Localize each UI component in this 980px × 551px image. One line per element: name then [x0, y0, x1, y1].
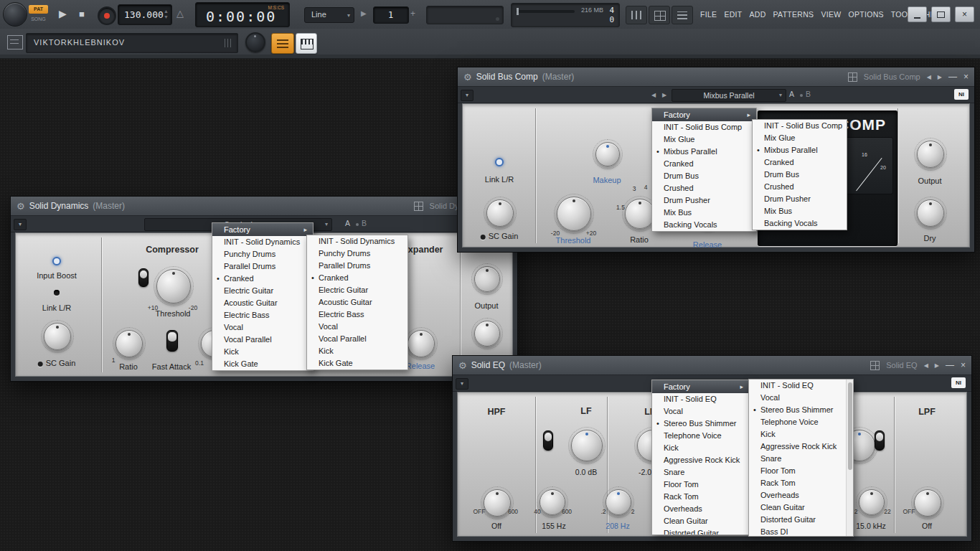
- menu-item[interactable]: Rack Tom: [652, 491, 749, 503]
- lmf-freq-knob[interactable]: [606, 489, 631, 515]
- menu-item[interactable]: INIT - Solid Bus Comp: [652, 121, 756, 133]
- menu-item[interactable]: INIT - Solid Dynamics: [212, 236, 313, 248]
- menu-item[interactable]: Mix Bus: [652, 207, 756, 219]
- menu-item[interactable]: Electric Guitar: [212, 285, 313, 297]
- menu-item[interactable]: Vocal Parallel: [307, 333, 407, 345]
- plugin-menu-button[interactable]: ▾: [14, 219, 27, 230]
- play-button[interactable]: ▶: [59, 8, 67, 19]
- menu-category-factory[interactable]: Factory ▸: [652, 108, 756, 121]
- menu-item[interactable]: Kick Gate: [307, 357, 407, 369]
- tempo-spinner-icon[interactable]: ▲▼: [164, 9, 169, 20]
- menu-file[interactable]: FILE: [700, 10, 717, 19]
- preset-b-button[interactable]: B: [806, 90, 811, 98]
- metronome-icon[interactable]: △: [176, 8, 184, 19]
- playlist-name-field[interactable]: VIKTORKHLEBNIKOV: [26, 33, 238, 53]
- makeup-knob[interactable]: [595, 142, 620, 166]
- detach-icon[interactable]: [414, 202, 423, 211]
- ratio-knob[interactable]: [625, 199, 655, 229]
- menu-item[interactable]: Kick: [749, 428, 847, 441]
- tempo-display[interactable]: 130.000 ▲▼: [118, 4, 172, 25]
- menu-item[interactable]: Kick Gate: [212, 358, 313, 370]
- menu-patterns[interactable]: PATTERNS: [773, 10, 814, 19]
- menu-item[interactable]: Crushed: [652, 182, 756, 194]
- output-knob[interactable]: [917, 141, 944, 168]
- menu-item[interactable]: Vocal: [307, 321, 407, 333]
- menu-item[interactable]: Overheads: [652, 503, 749, 515]
- menu-item-selected[interactable]: Stereo Bus Shimmer: [749, 404, 847, 416]
- menu-item[interactable]: Aggressive Rock Kick: [749, 441, 847, 453]
- menu-item[interactable]: Acoustic Guitar: [212, 297, 313, 309]
- detach-icon[interactable]: [848, 72, 857, 82]
- menu-item[interactable]: Floor Tom: [749, 465, 847, 477]
- sc-gain-knob[interactable]: [44, 323, 71, 350]
- position-slider[interactable]: [516, 10, 575, 13]
- prev-plugin-icon[interactable]: ◀: [924, 362, 928, 369]
- hf-freq-knob[interactable]: [859, 489, 885, 515]
- menu-scrollbar[interactable]: [846, 380, 853, 536]
- menu-item[interactable]: INIT - Solid Bus Comp: [753, 120, 847, 132]
- song-mode-button[interactable]: SONG: [29, 15, 48, 24]
- menu-item[interactable]: Vocal: [749, 392, 847, 404]
- ratio-knob[interactable]: [116, 330, 143, 357]
- menu-item[interactable]: Cranked: [652, 158, 756, 170]
- expander-release-knob[interactable]: [407, 330, 435, 357]
- menu-item[interactable]: INIT - Solid EQ: [749, 380, 847, 392]
- plugin-menu-button[interactable]: ▾: [461, 90, 473, 101]
- menu-item[interactable]: Snare: [652, 466, 749, 479]
- time-display[interactable]: M:S:CS 0:00:00: [195, 2, 290, 27]
- menu-item[interactable]: Electric Guitar: [307, 284, 407, 296]
- menu-scrollbar-thumb[interactable]: [848, 382, 852, 470]
- minimize-button[interactable]: [908, 6, 927, 22]
- next-plugin-icon[interactable]: ▶: [935, 362, 939, 369]
- menu-item[interactable]: Telephone Voice: [749, 416, 847, 428]
- dry-knob[interactable]: [917, 199, 944, 227]
- menu-item[interactable]: Overheads: [749, 489, 847, 501]
- menu-item[interactable]: Clean Guitar: [749, 501, 847, 514]
- menu-edit[interactable]: EDIT: [724, 10, 742, 19]
- menu-item[interactable]: Mix Glue: [753, 132, 847, 144]
- prev-preset-icon[interactable]: ◀: [651, 92, 656, 98]
- menu-item-selected[interactable]: Mixbus Parallel: [652, 146, 756, 158]
- menu-item[interactable]: Vocal: [212, 321, 313, 334]
- menu-item[interactable]: Vocal: [652, 405, 749, 418]
- hf-bell-toggle[interactable]: [875, 430, 885, 451]
- position-slider-thumb[interactable]: [517, 8, 519, 15]
- menu-item[interactable]: Backing Vocals: [652, 219, 756, 231]
- menu-item[interactable]: Drum Pusher: [753, 193, 847, 205]
- grip-icon[interactable]: [225, 39, 232, 47]
- hpf-freq-knob[interactable]: [484, 489, 511, 517]
- menu-item[interactable]: Kick: [212, 346, 313, 358]
- menu-item[interactable]: Distorted Guitar: [652, 527, 749, 535]
- pattern-number-stepper[interactable]: 1: [373, 6, 409, 24]
- menu-item[interactable]: INIT - Solid Dynamics: [307, 235, 407, 248]
- menu-item[interactable]: Vocal Parallel: [212, 334, 313, 346]
- preset-a-button[interactable]: A: [345, 219, 350, 227]
- menu-item[interactable]: Kick: [652, 442, 749, 454]
- output-knob[interactable]: [474, 321, 500, 347]
- prev-plugin-icon[interactable]: ◀: [927, 74, 931, 80]
- menu-item[interactable]: Kick: [307, 345, 407, 357]
- preset-a-button[interactable]: A: [789, 90, 794, 98]
- sc-gain-knob[interactable]: [486, 199, 514, 227]
- close-button[interactable]: ×: [955, 6, 974, 22]
- menu-item[interactable]: Punchy Drums: [212, 248, 313, 260]
- menu-item[interactable]: Electric Bass: [212, 309, 313, 321]
- next-preset-icon[interactable]: ▶: [662, 92, 666, 98]
- menu-item-selected[interactable]: Stereo Bus Shimmer: [652, 418, 749, 430]
- menu-item[interactable]: Crushed: [753, 181, 847, 193]
- close-icon[interactable]: ×: [963, 72, 969, 82]
- threshold-knob[interactable]: [156, 269, 191, 303]
- menu-item[interactable]: Snare: [749, 453, 847, 465]
- menu-options[interactable]: OPTIONS: [848, 10, 883, 19]
- window-titlebar[interactable]: ⚙ Solid Bus Comp (Master) Solid Bus Comp…: [458, 67, 974, 87]
- menu-item[interactable]: Drum Bus: [753, 169, 847, 181]
- menu-view[interactable]: VIEW: [821, 10, 841, 19]
- lpf-freq-knob[interactable]: [914, 489, 941, 517]
- menu-item[interactable]: Cranked: [753, 156, 847, 169]
- step-sequencer-button[interactable]: [271, 33, 294, 54]
- detach-icon[interactable]: [870, 361, 880, 370]
- menu-item[interactable]: Clean Guitar: [652, 515, 749, 527]
- menu-item[interactable]: Backing Vocals: [753, 217, 847, 230]
- piano-roll-button[interactable]: [296, 33, 317, 54]
- mixer-button[interactable]: [672, 6, 693, 24]
